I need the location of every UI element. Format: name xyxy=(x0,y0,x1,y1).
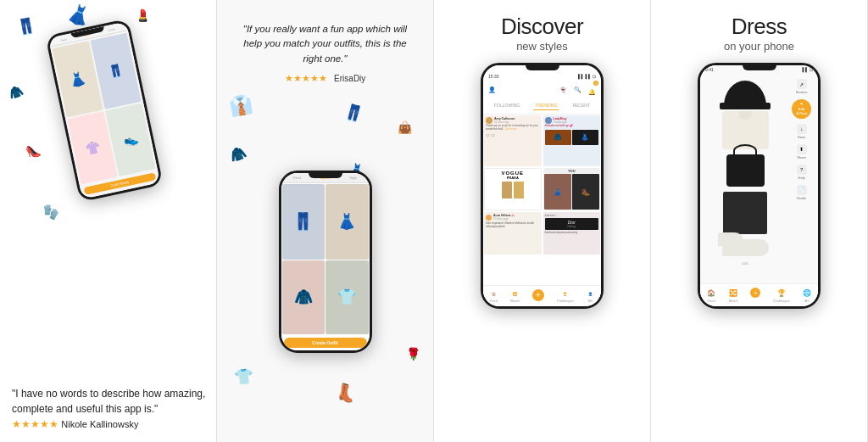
me-icon: 👤 xyxy=(587,289,595,298)
help-label: Help xyxy=(798,176,805,180)
feed-icon: 🏠 xyxy=(489,289,498,298)
scatter-mid-jacket: 🧥 xyxy=(227,143,248,165)
dress-me-icon: 🌐 xyxy=(802,288,812,298)
bottom-match[interactable]: 🔀 Match xyxy=(510,289,520,303)
help-button[interactable]: ? Help xyxy=(797,165,807,180)
panel2-quote-block: "If you really want a fun app which will… xyxy=(225,14,425,95)
outfit-pants xyxy=(723,192,767,234)
send-to-button[interactable]: ↗ Send to xyxy=(796,79,808,94)
tab-trending[interactable]: TRENDING xyxy=(533,101,559,110)
dress-challenges-icon: 🏆 xyxy=(776,288,787,298)
dress-match-label: Match xyxy=(729,299,738,303)
tab-recent[interactable]: RECENT xyxy=(570,101,592,110)
clothing-item: 🧥 xyxy=(7,83,25,101)
dress-bottom-create[interactable]: + xyxy=(750,288,760,303)
signal-icons: ▌▌ ▌▌ ⊡ xyxy=(578,74,596,79)
star-rating: ★★★★★ xyxy=(12,418,58,430)
notification-icon: 🔔 3 xyxy=(588,82,596,98)
dress-time: 9:41 xyxy=(705,67,714,72)
dress-match-icon: 🔀 xyxy=(728,288,738,298)
author-name: Nikole Kallinowsky xyxy=(61,419,138,429)
clothing-item: 👖 xyxy=(15,15,36,36)
dress-bottom-bar: 🏠 Feed 🔀 Match + 🏆 Challenges xyxy=(700,283,818,306)
create-icon: + xyxy=(532,289,544,301)
snapchat-icon: 👻 xyxy=(559,87,567,93)
dress-bottom-me[interactable]: 🌐 Me xyxy=(802,288,812,303)
panel2-quote-text: "If you really want a fun app which will… xyxy=(234,22,416,66)
feed-card-2: LadyKing 2 hours ago #bribabootschalleng… xyxy=(543,115,601,166)
share-icon: ⬆ xyxy=(797,144,807,154)
profile-icon: 👤 xyxy=(488,87,496,93)
top-icons-row: 👤 👻 🔍 🔔 3 xyxy=(483,81,601,99)
drafts-button[interactable]: 📄 Drafts xyxy=(797,185,807,200)
outfit-shoes xyxy=(722,239,769,256)
dress-status-bar: 9:41 ▌▌ ⊡ xyxy=(700,65,818,74)
bottom-me[interactable]: 👤 Me xyxy=(587,289,595,303)
dress-me-label: Me xyxy=(804,299,810,303)
dress-feed-label: Feed xyxy=(708,299,715,303)
outfit-bag xyxy=(726,154,765,187)
outfit-main-area: t201 ↗ Send to ✎Edit& Post xyxy=(700,74,818,283)
outfit-items-area: t201 xyxy=(704,77,787,280)
phone-mockup-panel2: Feed Match Style 👖 👗 🧥 👕 Create Outfit xyxy=(279,171,372,353)
scatter-top-bag: 👜 xyxy=(398,120,412,134)
scatter-bot-flower: 🌹 xyxy=(406,347,420,361)
dress-challenges-label: Challenges xyxy=(773,299,790,303)
discover-heading-area: Discover new styles xyxy=(501,14,583,53)
lipstick-item: 💄 xyxy=(136,8,150,22)
dress-phone: 9:41 ▌▌ ⊡ xyxy=(698,63,821,309)
bottom-feed[interactable]: 🏠 Feed xyxy=(489,289,498,303)
scatter-bot-boots: 👢 xyxy=(334,381,358,404)
phone-mockup-panel1: Feed Match Create 👗 👖 👚 👟 Outfit Ready xyxy=(45,19,163,202)
dress-subheading: on your phone xyxy=(724,40,794,53)
feed-card-fashion: YOU 👗 🥾 xyxy=(543,168,601,210)
save-button[interactable]: ↓ Save xyxy=(797,124,807,139)
dress-create-icon: + xyxy=(750,288,760,298)
panel2-content-area: 👔 👖 🧥 👗 👕 👢 🌹 👜 Feed Match Style 👖 👗 xyxy=(225,95,425,428)
save-icon: ↓ xyxy=(797,124,807,134)
feed-card-1: Amy Cathouse 21 hours ago Thank you so m… xyxy=(484,115,542,166)
scatter-top-pants: 👖 xyxy=(342,101,365,124)
feed-card-3: Aura Hélena 🌸 17 hours ago #dor inspirat… xyxy=(484,212,542,255)
search-icon: 🔍 xyxy=(574,87,581,93)
status-time: 15:33 xyxy=(488,74,499,79)
share-button[interactable]: ⬆ Share xyxy=(797,144,807,159)
send-icon: ↗ xyxy=(797,79,807,89)
panel-clothing-scatter: 👗 👖 👚 🧥 👟 👠 🧣 👜 🧤 💄 Feed Match Create 👗 … xyxy=(0,0,217,442)
dress-bottom-match[interactable]: 🔀 Match xyxy=(728,288,738,303)
outfit-label: t201 xyxy=(742,261,748,266)
scatter-top-shirt: 👔 xyxy=(228,93,254,119)
drafts-label: Drafts xyxy=(797,196,806,200)
panel1-quote: "I have no words to describe how amazing… xyxy=(12,386,208,432)
challenges-icon: 🏆 xyxy=(561,289,570,298)
panel2-author: ErisaDiy xyxy=(334,74,365,83)
match-icon: 🔀 xyxy=(511,289,520,298)
edit-post-button[interactable]: ✎Edit& Post xyxy=(792,99,811,119)
dress-heading-area: Dress on your phone xyxy=(724,14,794,53)
send-label: Send to xyxy=(796,90,808,94)
dress-bottom-challenges[interactable]: 🏆 Challenges xyxy=(773,288,790,303)
bottom-challenges[interactable]: 🏆 Challenges xyxy=(557,289,574,303)
scatter-bot-shirt: 👕 xyxy=(233,366,253,387)
bottom-create[interactable]: + xyxy=(532,289,544,303)
feed-card-vogue: VOGUE PRADA xyxy=(484,168,542,210)
quote-text: "I have no words to describe how amazing… xyxy=(12,388,205,415)
panel2-stars: ★★★★★ xyxy=(285,73,327,83)
edit-icon: ✎ xyxy=(800,102,803,106)
discover-heading: Discover xyxy=(501,14,583,40)
dress-bottom-feed[interactable]: 🏠 Feed xyxy=(706,288,716,303)
panel-quote: "If you really want a fun app which will… xyxy=(217,0,434,442)
feed-card-dior: Just Let I... Dior Darling #welcomembyne… xyxy=(543,212,601,255)
action-buttons-area: ↗ Send to ✎Edit& Post ↓ Save xyxy=(790,77,815,280)
tab-following[interactable]: FOLLOWING xyxy=(492,101,521,110)
dress-feed-icon: 🏠 xyxy=(706,288,716,298)
help-icon: ? xyxy=(797,165,807,175)
feed-tabs: FOLLOWING TRENDING RECENT xyxy=(483,99,601,115)
outfit-hat xyxy=(724,81,766,106)
panel-discover: Discover new styles 15:33 ▌▌ ▌▌ ⊡ 👤 👻 🔍 xyxy=(434,0,651,442)
status-bar: 15:33 ▌▌ ▌▌ ⊡ xyxy=(483,72,601,81)
dress-heading: Dress xyxy=(724,14,794,40)
share-label: Share xyxy=(797,155,806,159)
discover-phone: 15:33 ▌▌ ▌▌ ⊡ 👤 👻 🔍 🔔 3 xyxy=(481,63,604,309)
save-label: Save xyxy=(798,135,805,139)
